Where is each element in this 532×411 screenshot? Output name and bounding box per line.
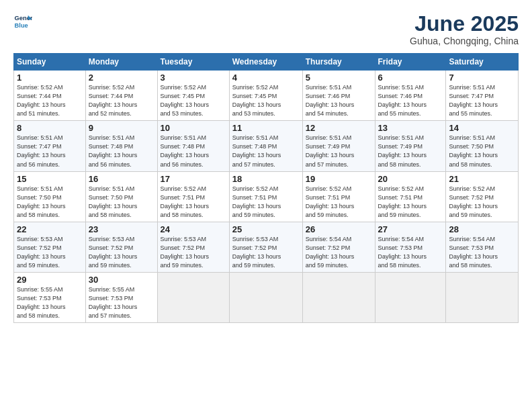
day-number: 9 [89, 123, 154, 133]
day-info: Sunrise: 5:52 AM Sunset: 7:45 PM Dayligh… [161, 83, 226, 118]
calendar-subtitle: Guhua, Chongqing, China [410, 36, 519, 46]
day-number: 24 [161, 224, 226, 234]
day-number: 4 [232, 73, 300, 83]
day-cell: 8Sunrise: 5:51 AM Sunset: 7:47 PM Daylig… [14, 121, 86, 171]
week-row-3: 15Sunrise: 5:51 AM Sunset: 7:50 PM Dayli… [14, 171, 519, 222]
day-info: Sunrise: 5:52 AM Sunset: 7:51 PM Dayligh… [161, 185, 226, 220]
day-cell: 5Sunrise: 5:51 AM Sunset: 7:46 PM Daylig… [302, 71, 375, 121]
day-info: Sunrise: 5:51 AM Sunset: 7:50 PM Dayligh… [449, 134, 515, 169]
day-cell: 10Sunrise: 5:51 AM Sunset: 7:48 PM Dayli… [157, 121, 229, 171]
day-info: Sunrise: 5:51 AM Sunset: 7:49 PM Dayligh… [378, 134, 443, 169]
day-cell: 21Sunrise: 5:52 AM Sunset: 7:52 PM Dayli… [446, 171, 519, 222]
day-info: Sunrise: 5:51 AM Sunset: 7:50 PM Dayligh… [17, 185, 83, 220]
day-cell: 22Sunrise: 5:53 AM Sunset: 7:52 PM Dayli… [14, 222, 86, 272]
day-info: Sunrise: 5:51 AM Sunset: 7:50 PM Dayligh… [89, 185, 154, 220]
week-row-2: 8Sunrise: 5:51 AM Sunset: 7:47 PM Daylig… [14, 121, 519, 171]
day-cell: 27Sunrise: 5:54 AM Sunset: 7:53 PM Dayli… [375, 222, 446, 272]
day-number: 1 [17, 73, 83, 83]
header: General Blue General Blue June 2025 Guhu… [13, 12, 519, 46]
day-cell: 25Sunrise: 5:53 AM Sunset: 7:52 PM Dayli… [229, 222, 302, 272]
day-info: Sunrise: 5:52 AM Sunset: 7:51 PM Dayligh… [306, 185, 372, 220]
day-info: Sunrise: 5:51 AM Sunset: 7:47 PM Dayligh… [17, 134, 83, 169]
day-info: Sunrise: 5:51 AM Sunset: 7:47 PM Dayligh… [449, 83, 515, 118]
col-header-wednesday: Wednesday [229, 54, 302, 71]
day-cell: 20Sunrise: 5:52 AM Sunset: 7:51 PM Dayli… [375, 171, 446, 222]
day-info: Sunrise: 5:52 AM Sunset: 7:44 PM Dayligh… [17, 83, 83, 118]
col-header-monday: Monday [85, 54, 157, 71]
col-header-tuesday: Tuesday [157, 54, 229, 71]
day-cell: 29Sunrise: 5:55 AM Sunset: 7:53 PM Dayli… [14, 272, 86, 322]
header-row: SundayMondayTuesdayWednesdayThursdayFrid… [14, 54, 519, 71]
day-cell: 12Sunrise: 5:51 AM Sunset: 7:49 PM Dayli… [302, 121, 375, 171]
day-cell: 6Sunrise: 5:51 AM Sunset: 7:46 PM Daylig… [375, 71, 446, 121]
day-cell: 23Sunrise: 5:53 AM Sunset: 7:52 PM Dayli… [85, 222, 157, 272]
day-cell: 9Sunrise: 5:51 AM Sunset: 7:48 PM Daylig… [85, 121, 157, 171]
day-info: Sunrise: 5:51 AM Sunset: 7:46 PM Dayligh… [306, 83, 372, 118]
day-info: Sunrise: 5:55 AM Sunset: 7:53 PM Dayligh… [89, 285, 154, 320]
day-info: Sunrise: 5:51 AM Sunset: 7:48 PM Dayligh… [89, 134, 154, 169]
day-info: Sunrise: 5:53 AM Sunset: 7:52 PM Dayligh… [161, 235, 226, 270]
day-number: 14 [449, 123, 515, 133]
day-cell: 18Sunrise: 5:52 AM Sunset: 7:51 PM Dayli… [229, 171, 302, 222]
day-number: 7 [449, 73, 515, 83]
day-info: Sunrise: 5:51 AM Sunset: 7:48 PM Dayligh… [161, 134, 226, 169]
day-cell: 28Sunrise: 5:54 AM Sunset: 7:53 PM Dayli… [446, 222, 519, 272]
day-number: 27 [378, 224, 443, 234]
day-info: Sunrise: 5:52 AM Sunset: 7:44 PM Dayligh… [89, 83, 154, 118]
title-block: June 2025 Guhua, Chongqing, China [410, 12, 519, 46]
day-cell: 14Sunrise: 5:51 AM Sunset: 7:50 PM Dayli… [446, 121, 519, 171]
day-cell: 17Sunrise: 5:52 AM Sunset: 7:51 PM Dayli… [157, 171, 229, 222]
day-info: Sunrise: 5:53 AM Sunset: 7:52 PM Dayligh… [232, 235, 300, 270]
day-number: 21 [449, 174, 515, 184]
day-info: Sunrise: 5:51 AM Sunset: 7:49 PM Dayligh… [306, 134, 372, 169]
calendar-table: SundayMondayTuesdayWednesdayThursdayFrid… [13, 53, 519, 323]
day-number: 11 [232, 123, 300, 133]
day-number: 16 [89, 174, 154, 184]
day-number: 30 [89, 275, 154, 285]
day-cell [229, 272, 302, 322]
day-info: Sunrise: 5:52 AM Sunset: 7:51 PM Dayligh… [232, 185, 300, 220]
week-row-4: 22Sunrise: 5:53 AM Sunset: 7:52 PM Dayli… [14, 222, 519, 272]
day-info: Sunrise: 5:51 AM Sunset: 7:48 PM Dayligh… [232, 134, 300, 169]
day-info: Sunrise: 5:54 AM Sunset: 7:52 PM Dayligh… [306, 235, 372, 270]
day-cell [446, 272, 519, 322]
day-cell [302, 272, 375, 322]
day-info: Sunrise: 5:51 AM Sunset: 7:46 PM Dayligh… [378, 83, 443, 118]
day-cell: 11Sunrise: 5:51 AM Sunset: 7:48 PM Dayli… [229, 121, 302, 171]
day-cell: 26Sunrise: 5:54 AM Sunset: 7:52 PM Dayli… [302, 222, 375, 272]
day-number: 25 [232, 224, 300, 234]
day-cell: 15Sunrise: 5:51 AM Sunset: 7:50 PM Dayli… [14, 171, 86, 222]
week-row-5: 29Sunrise: 5:55 AM Sunset: 7:53 PM Dayli… [14, 272, 519, 322]
day-info: Sunrise: 5:53 AM Sunset: 7:52 PM Dayligh… [17, 235, 83, 270]
logo-icon: General Blue [13, 12, 32, 31]
col-header-sunday: Sunday [14, 54, 86, 71]
day-info: Sunrise: 5:52 AM Sunset: 7:45 PM Dayligh… [232, 83, 300, 118]
day-number: 29 [17, 275, 83, 285]
day-cell: 4Sunrise: 5:52 AM Sunset: 7:45 PM Daylig… [229, 71, 302, 121]
day-cell: 2Sunrise: 5:52 AM Sunset: 7:44 PM Daylig… [85, 71, 157, 121]
day-number: 8 [17, 123, 83, 133]
day-info: Sunrise: 5:53 AM Sunset: 7:52 PM Dayligh… [89, 235, 154, 270]
day-info: Sunrise: 5:52 AM Sunset: 7:51 PM Dayligh… [378, 185, 443, 220]
day-number: 17 [161, 174, 226, 184]
day-info: Sunrise: 5:54 AM Sunset: 7:53 PM Dayligh… [378, 235, 443, 270]
day-number: 12 [306, 123, 372, 133]
day-info: Sunrise: 5:54 AM Sunset: 7:53 PM Dayligh… [449, 235, 515, 270]
day-cell: 19Sunrise: 5:52 AM Sunset: 7:51 PM Dayli… [302, 171, 375, 222]
col-header-friday: Friday [375, 54, 446, 71]
day-number: 22 [17, 224, 83, 234]
day-number: 28 [449, 224, 515, 234]
day-cell: 24Sunrise: 5:53 AM Sunset: 7:52 PM Dayli… [157, 222, 229, 272]
day-cell: 7Sunrise: 5:51 AM Sunset: 7:47 PM Daylig… [446, 71, 519, 121]
day-number: 13 [378, 123, 443, 133]
day-number: 23 [89, 224, 154, 234]
day-number: 6 [378, 73, 443, 83]
day-info: Sunrise: 5:55 AM Sunset: 7:53 PM Dayligh… [17, 285, 83, 320]
day-cell: 3Sunrise: 5:52 AM Sunset: 7:45 PM Daylig… [157, 71, 229, 121]
svg-text:Blue: Blue [15, 22, 28, 29]
day-number: 18 [232, 174, 300, 184]
day-cell [157, 272, 229, 322]
calendar-title: June 2025 [410, 12, 519, 36]
day-number: 2 [89, 73, 154, 83]
day-number: 26 [306, 224, 372, 234]
